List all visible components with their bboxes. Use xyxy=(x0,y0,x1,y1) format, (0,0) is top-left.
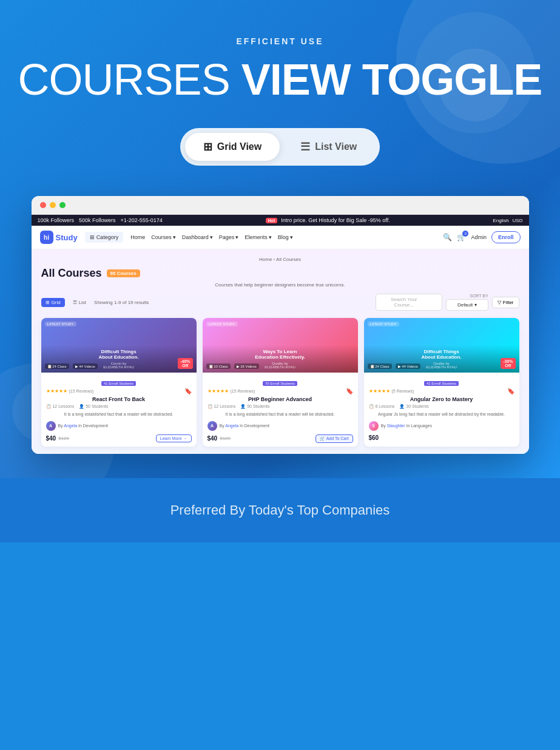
close-dot xyxy=(40,202,46,208)
reviews-2: (15 Reviews) xyxy=(231,389,255,393)
learn-more-button-1[interactable]: Learn More → xyxy=(156,434,192,442)
author-avatar-2: A xyxy=(207,421,217,431)
list-view-button[interactable]: ☰ List View xyxy=(282,133,375,161)
chevron-down-icon4: ▾ xyxy=(269,234,272,240)
card-body-2: 70 Enroll Students ★★★★★ (15 Reviews) 🔖 … xyxy=(203,373,358,447)
card-footer-3: $60 xyxy=(369,434,514,441)
announce-center: Hot Intro price. Get Histudy for Big Sal… xyxy=(266,217,390,223)
admin-label[interactable]: Admin xyxy=(471,234,487,240)
logo: hi Study xyxy=(40,231,78,244)
grid-icon: ⊞ xyxy=(203,140,212,154)
card-meta-3: 📋 8 Lessons 👤 30 Students xyxy=(369,404,514,409)
grid-label: Grid xyxy=(52,300,61,305)
bookmark-2[interactable]: 🔖 xyxy=(346,388,353,394)
students-1: 👤 50 Students xyxy=(79,404,108,409)
nav-dashboard[interactable]: Dashboard ▾ xyxy=(182,234,213,240)
language-selector[interactable]: English xyxy=(493,218,508,223)
breadcrumb: Home › All Courses xyxy=(41,257,519,262)
list-view-label: List View xyxy=(315,141,357,152)
card-stats-bar-2: 📋 10 Class ▶ 26 Videos xyxy=(206,363,259,369)
card-price-3: $60 xyxy=(369,434,379,441)
lessons-1: 📋 12 Lessons xyxy=(46,404,75,409)
nav-courses[interactable]: Courses ▾ xyxy=(151,234,176,240)
followers-500k: 500k Followers xyxy=(79,217,116,223)
course-count-badge: 90 Courses xyxy=(107,269,140,277)
course-title-3: Angular Zero to Mastery xyxy=(369,396,514,402)
nav-pages[interactable]: Pages ▾ xyxy=(219,234,239,240)
card-footer-1: $40 $120 Learn More → xyxy=(46,434,192,442)
grid-small-icon: ⊞ xyxy=(90,234,95,240)
list-label: List xyxy=(79,300,86,305)
card-meta-2: 📋 12 Lessons 👤 50 Students xyxy=(207,404,353,409)
announce-right: English USD xyxy=(493,218,522,223)
cart-icon[interactable]: 🛒 0 xyxy=(457,233,466,242)
price-current-3: $60 xyxy=(369,434,379,441)
minimize-dot xyxy=(50,202,56,208)
search-icon[interactable]: 🔍 xyxy=(443,233,452,242)
hero-subtitle: EFFICIENT USE xyxy=(12,36,548,46)
announcement-bar: 100k Followers 500k Followers +1-202-555… xyxy=(32,215,529,226)
deco-circle-2 xyxy=(439,49,511,121)
bookmark-1[interactable]: 🔖 xyxy=(184,388,192,394)
add-to-cart-button-2[interactable]: 🛒 Add To Cart xyxy=(315,434,353,443)
grid-view-button[interactable]: ⊞ Grid View xyxy=(185,133,280,161)
list-icon: ☰ xyxy=(300,140,310,154)
page-header: All Courses 90 Courses xyxy=(41,267,519,280)
chevron-down-icon2: ▾ xyxy=(210,234,213,240)
course-category-3: LATEST STUDY xyxy=(368,322,399,326)
author-text-1: By Angela In Development xyxy=(58,424,109,428)
deco-circle-1 xyxy=(414,12,536,133)
sort-select[interactable]: Default ▾ xyxy=(446,299,488,311)
card-author-2: A By Angela In Development xyxy=(207,421,353,431)
grid-view-toggle[interactable]: ⊞ Grid xyxy=(41,298,65,307)
cart-badge: 0 xyxy=(462,231,468,237)
hero-title: COURSES VIEW TOGGLE xyxy=(12,56,548,104)
enroll-button[interactable]: Enroll xyxy=(491,231,521,243)
nav-blog[interactable]: Blog ▾ xyxy=(278,234,293,240)
price-current-1: $40 xyxy=(46,435,56,442)
logo-icon: hi xyxy=(40,231,53,244)
courses-grid: LATEST STUDY Difficult ThingsAbout Educa… xyxy=(41,318,519,447)
phone-number: +1-202-555-0174 xyxy=(121,217,163,223)
nav-elements[interactable]: Elements ▾ xyxy=(245,234,272,240)
chevron-down-sort: ▾ xyxy=(474,302,477,308)
author-text-2: By Angela In Development xyxy=(220,424,270,428)
chevron-down-icon: ▾ xyxy=(173,234,176,240)
card-stats-bar-1: 📋 24 Class ▶ 44 Videos xyxy=(45,363,98,369)
author-text-3: By Slaughter In Languages xyxy=(381,424,432,428)
list-view-toggle[interactable]: ☰ List xyxy=(69,298,90,307)
nav-actions: 🔍 🛒 0 Admin Enroll xyxy=(443,231,520,243)
stars-3: ★★★★★ xyxy=(369,388,390,394)
hero-title-part1: COURSES xyxy=(18,55,241,104)
bookmark-3[interactable]: 🔖 xyxy=(507,388,514,394)
main-navbar: hi Study ⊞ Category Home Courses ▾ Dashb… xyxy=(32,226,529,249)
card-desc-3: Angular Js long fact that a reader will … xyxy=(369,411,514,417)
announce-left: 100k Followers 500k Followers +1-202-555… xyxy=(38,217,163,223)
course-search-input[interactable]: Search Your Course... xyxy=(376,294,442,311)
filter-left: ⊞ Grid ☰ List Showing 1-9 of 19 results xyxy=(41,298,149,307)
course-title-1: React Front To Back xyxy=(46,396,192,402)
card-price-1: $40 $120 xyxy=(46,435,69,442)
maximize-dot xyxy=(59,202,66,208)
category-button[interactable]: ⊞ Category xyxy=(85,232,124,243)
price-old-1: $120 xyxy=(58,436,69,441)
reviews-1: (15 Reviews) xyxy=(69,389,94,393)
list-icon-small: ☰ xyxy=(73,300,77,305)
category-label: Category xyxy=(96,234,119,240)
hero-title-part2: VIEW TOGGLE xyxy=(241,55,542,104)
followers-100k: 100k Followers xyxy=(38,217,75,223)
card-price-2: $40 $120 xyxy=(207,435,231,442)
enroll-badge-3: 41 Enroll Students xyxy=(424,381,459,386)
filter-button[interactable]: ▽ Filter xyxy=(492,297,519,308)
course-category-1: LATEST STUDY xyxy=(45,322,76,326)
browser-chrome xyxy=(32,196,529,215)
discount-badge-3: -30%Off xyxy=(501,358,515,369)
stars-2: ★★★★★ xyxy=(207,388,229,394)
bottom-section: Preferred By Today's Top Companies xyxy=(0,478,560,542)
page-description: Courses that help beginner designers bec… xyxy=(41,282,519,288)
nav-home[interactable]: Home xyxy=(130,234,145,240)
currency-selector[interactable]: USD xyxy=(513,218,523,223)
page-title: All Courses xyxy=(41,267,102,280)
hot-badge: Hot xyxy=(266,218,278,223)
filter-bar: ⊞ Grid ☰ List Showing 1-9 of 19 results … xyxy=(41,294,519,311)
